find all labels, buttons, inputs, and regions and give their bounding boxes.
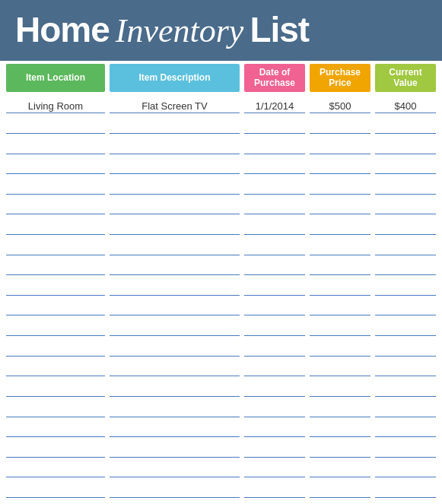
table-row [6, 134, 436, 154]
cell-value [375, 318, 436, 336]
cell-location [6, 480, 105, 498]
table-row: Living RoomFlat Screen TV1/1/2014$500$40… [6, 94, 436, 114]
cell-date [244, 459, 305, 477]
table-row [6, 397, 436, 417]
table-row [6, 154, 436, 175]
table-row [6, 315, 436, 336]
cell-price [310, 480, 370, 498]
col-header-value: Current Value [375, 64, 436, 92]
page-header: Home Inventory List [0, 0, 442, 61]
cell-description [110, 297, 240, 315]
cell-description [110, 399, 240, 417]
cell-value [375, 439, 436, 458]
cell-date [244, 156, 305, 174]
cell-value [375, 297, 436, 315]
cell-date [244, 439, 305, 458]
cell-value [375, 116, 436, 134]
cell-location [6, 217, 105, 235]
cell-description [110, 318, 240, 336]
cell-location [6, 176, 105, 195]
cell-date [244, 379, 305, 397]
cell-value [375, 257, 436, 275]
table-row [6, 235, 436, 255]
cell-description: Flat Screen TV [110, 95, 240, 113]
cell-location [6, 419, 105, 437]
cell-description [110, 116, 240, 134]
cell-date [244, 116, 305, 134]
col-header-date: Date of Purchase [244, 64, 305, 92]
table-row [6, 357, 436, 377]
cell-description [110, 358, 240, 376]
cell-location [6, 277, 105, 296]
cell-description [110, 217, 240, 235]
cell-price [310, 136, 370, 154]
column-headers: Item Location Item Description Date of P… [6, 64, 436, 92]
cell-value: $400 [375, 95, 436, 113]
cell-location [6, 358, 105, 376]
cell-date [244, 196, 305, 214]
cell-description [110, 257, 240, 275]
table-row [6, 437, 436, 458]
cell-date [244, 480, 305, 498]
cell-description [110, 277, 240, 296]
cell-description [110, 156, 240, 174]
cell-description [110, 480, 240, 498]
header-word1: Home [15, 9, 110, 50]
table-row [6, 195, 436, 215]
cell-value [375, 217, 436, 235]
cell-date [244, 297, 305, 315]
cell-description [110, 379, 240, 397]
cell-location [6, 379, 105, 397]
col-header-location: Item Location [6, 64, 105, 92]
cell-date: 1/1/2014 [244, 95, 305, 113]
table-row [6, 477, 436, 498]
cell-description [110, 196, 240, 214]
cell-date [244, 176, 305, 195]
cell-price [310, 176, 370, 195]
cell-date [244, 217, 305, 235]
cell-price: $500 [310, 95, 370, 113]
cell-description [110, 439, 240, 458]
table-row [6, 174, 436, 195]
cell-date [244, 399, 305, 417]
cell-price [310, 338, 370, 357]
cell-value [375, 136, 436, 154]
cell-value [375, 176, 436, 195]
cell-value [375, 156, 436, 174]
header-word2: Inventory [116, 11, 244, 50]
col-header-description: Item Description [110, 64, 240, 92]
cell-price [310, 196, 370, 214]
cell-price [310, 156, 370, 174]
cell-location [6, 338, 105, 357]
cell-location [6, 257, 105, 275]
table-row [6, 296, 436, 316]
table-row [6, 113, 436, 134]
cell-price [310, 358, 370, 376]
cell-location [6, 459, 105, 477]
cell-price [310, 257, 370, 275]
cell-date [244, 257, 305, 275]
cell-value [375, 358, 436, 376]
cell-date [244, 277, 305, 296]
table-wrapper: Item Location Item Description Date of P… [0, 61, 442, 504]
cell-date [244, 419, 305, 437]
cell-description [110, 459, 240, 477]
cell-value [375, 277, 436, 296]
cell-location [6, 237, 105, 255]
table-row [6, 376, 436, 397]
cell-price [310, 297, 370, 315]
table-row [6, 417, 436, 438]
cell-value [375, 379, 436, 397]
cell-date [244, 136, 305, 154]
cell-location [6, 136, 105, 154]
cell-price [310, 318, 370, 336]
cell-date [244, 338, 305, 357]
cell-location [6, 439, 105, 458]
table-row [6, 336, 436, 357]
header-word3: List [250, 9, 309, 50]
cell-date [244, 358, 305, 376]
cell-price [310, 237, 370, 255]
page-container: Home Inventory List Item Location Item D… [0, 0, 442, 504]
cell-location [6, 399, 105, 417]
cell-value [375, 196, 436, 214]
